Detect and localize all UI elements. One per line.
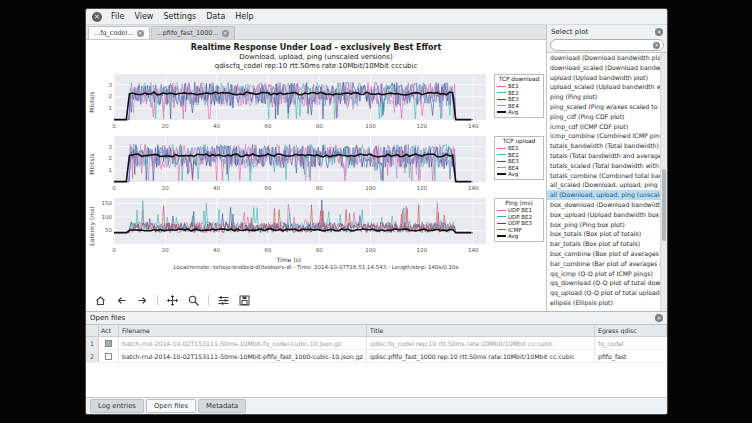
plot-list-item[interactable]: icmp_combine (Combined ICMP ping pl [547, 131, 660, 141]
plot-list-item[interactable]: all_scaled (Download, upload, ping (sc [547, 180, 660, 190]
pan-button[interactable] [166, 294, 179, 307]
row-number: 2 [86, 350, 99, 362]
tab-close-icon[interactable]: ✕ [222, 30, 229, 37]
ping-chart[interactable]: 02040608010012014050100150 [96, 196, 492, 256]
legend-label: BE3 [508, 96, 519, 102]
plot-list-item[interactable]: totals_bandwidth (Total bandwidth) [547, 141, 660, 151]
legend-line-swatch [497, 105, 506, 106]
row-number: 1 [86, 337, 99, 349]
plot-list-item[interactable]: box_download (Download bandwidth b [547, 200, 660, 210]
plot-search-input[interactable] [554, 42, 651, 49]
legend-line-swatch [497, 216, 506, 217]
menu-settings[interactable]: Settings [163, 12, 196, 21]
column-header-qd[interactable]: Egress qdisc [595, 325, 667, 336]
legend-entry: Avg [497, 109, 541, 116]
legend-title: Ping (ms) [497, 200, 541, 207]
plot-list-item[interactable]: download (Download bandwidth plot) [547, 53, 660, 63]
column-header-act[interactable]: Act [99, 325, 119, 336]
legend-line-swatch [497, 99, 506, 100]
svg-text:100: 100 [102, 214, 113, 220]
plot-list-item[interactable]: bar_combine (Bar plot of averages of se [547, 259, 660, 269]
back-arrow-icon [115, 294, 128, 307]
plot-list-item[interactable]: qq_download (Q-Q plot of total downloa [547, 278, 660, 288]
save-button[interactable] [238, 294, 251, 307]
plot-list-item[interactable]: ping_cdf (Ping CDF plot) [547, 112, 660, 122]
legend-label: BE2 [508, 90, 519, 96]
legend-title: TCP upload [497, 138, 541, 145]
plot-list-item[interactable]: bar_totals (Box plot of totals) [547, 239, 660, 249]
plot-list-item[interactable]: totals_combine (Combined total bandw [547, 171, 660, 181]
tcp-download-chart[interactable]: 020406080100120140123 [96, 72, 492, 132]
legend-line-swatch [497, 86, 506, 87]
legend-entry: Avg [497, 171, 541, 178]
plot-list-item[interactable]: upload_scaled (Upload bandwidth w/ax [547, 82, 660, 92]
x-axis-label: Time (s) [86, 256, 492, 263]
subplot-tcp-download: Mbits/s 020406080100120140123 TCP downlo… [86, 72, 546, 132]
close-icon: ✕ [94, 13, 100, 21]
column-header-fn[interactable]: Filename [119, 325, 367, 336]
plot-list-item[interactable]: all (Download, upload, ping (unscaled ve [547, 190, 660, 200]
open-files-close-button[interactable]: ✕ [655, 314, 663, 322]
tcp-download-legend: TCP downloadBE1BE2BE3BE4Avg [494, 74, 544, 118]
plot-list-item[interactable]: upload (Upload bandwidth plot) [547, 73, 660, 83]
tcp-upload-chart[interactable]: 020406080100120140123 [96, 134, 492, 194]
plot-list-item[interactable]: icmp_cdf (ICMP CDF plot) [547, 122, 660, 132]
plot-search-field[interactable]: ✕ [550, 39, 664, 51]
magnifier-icon [187, 294, 200, 307]
plot-list-item[interactable]: ellipsis (Ellipsis plot) [547, 298, 660, 308]
menu-file[interactable]: File [111, 12, 124, 21]
svg-text:40: 40 [213, 185, 220, 191]
plot-list-scrollbar[interactable] [660, 53, 667, 311]
plot-list-item[interactable]: ping (Ping plot) [547, 92, 660, 102]
y-axis-label-download: Mbits/s [86, 72, 96, 132]
plot-list-item[interactable]: qq_icmp (Q-Q plot of ICMP pings) [547, 269, 660, 279]
column-header-ti[interactable]: Title [367, 325, 595, 336]
plot-list-item[interactable]: box_totals (Box plot of totals) [547, 229, 660, 239]
configure-subplots-button[interactable] [217, 294, 230, 307]
menu-help[interactable]: Help [235, 12, 253, 21]
home-icon [94, 294, 107, 307]
plot-list-item[interactable]: box_upload (Upload bandwidth box plot) [547, 210, 660, 220]
select-plot-header: Select plot ✕ [547, 25, 667, 38]
select-plot-close-button[interactable]: ✕ [655, 28, 663, 36]
tab-close-icon[interactable]: ✕ [137, 30, 144, 37]
back-button[interactable] [115, 294, 128, 307]
home-button[interactable] [94, 294, 107, 307]
legend-line-swatch [497, 235, 506, 237]
plot-list-item[interactable]: ping_scaled (Ping w/axes scaled to rem [547, 102, 660, 112]
document-tab-0[interactable]: ...fq_codel...✕ [88, 26, 150, 39]
plot-list-item[interactable]: qq_upload (Q-Q plot of total upload ban [547, 288, 660, 298]
forward-button[interactable] [136, 294, 149, 307]
legend-line-swatch [497, 223, 506, 224]
open-files-table: ActFilenameTitleEgress qdisc 1batch-rrul… [86, 324, 667, 397]
menu-view[interactable]: View [134, 12, 153, 21]
tab-label: ...fq_codel... [94, 29, 134, 37]
plot-list-item[interactable]: download_scaled (Download bandwidth [547, 63, 660, 73]
bottom-tab-open-files[interactable]: Open files [146, 399, 196, 413]
window-close-button[interactable]: ✕ [92, 12, 102, 22]
plot-list-item[interactable]: totals (Total bandwidth and average pin [547, 151, 660, 161]
search-clear-button[interactable]: ✕ [653, 42, 660, 49]
svg-text:40: 40 [213, 123, 220, 129]
scrollbar-thumb[interactable] [662, 169, 666, 241]
act-checkbox[interactable] [105, 353, 112, 360]
legend-label: Avg [508, 109, 518, 115]
pan-icon [166, 294, 179, 307]
svg-text:50: 50 [105, 227, 112, 233]
figure-canvas[interactable]: Realtime Response Under Load - exclusive… [86, 40, 546, 311]
act-checkbox[interactable] [105, 340, 112, 347]
plot-list-item[interactable]: box_combine (Box plot of averages of se [547, 249, 660, 259]
bottom-tab-metadata[interactable]: Metadata [198, 399, 246, 413]
document-tab-1[interactable]: ...pfifo_fast_1000...✕ [151, 26, 235, 39]
menu-data[interactable]: Data [206, 12, 225, 21]
plot-list-item[interactable]: box_ping (Ping box plot) [547, 220, 660, 230]
svg-text:2: 2 [109, 93, 113, 99]
bottom-tab-log-entries[interactable]: Log entries [90, 399, 144, 413]
svg-text:100: 100 [365, 123, 376, 129]
zoom-button[interactable] [187, 294, 200, 307]
open-files-header-row: ActFilenameTitleEgress qdisc [86, 325, 667, 337]
plot-list-item[interactable]: totals_scaled (Total bandwidth with axe [547, 161, 660, 171]
legend-label: BE1 [508, 145, 519, 151]
legend-label: ICMP [508, 227, 522, 233]
plot-subtitle: Download, upload, ping (unscaled version… [86, 53, 546, 62]
